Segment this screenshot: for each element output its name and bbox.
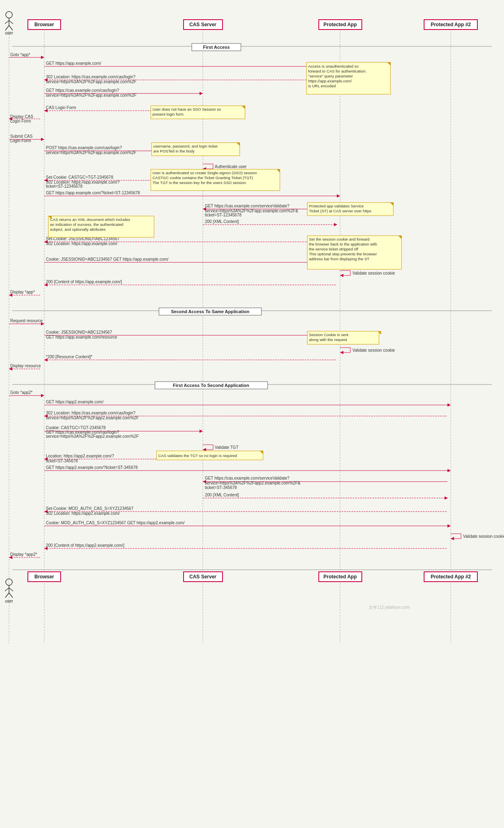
svg-text:GET https://cas.example.com/ca: GET https://cas.example.com/cas/login? <box>46 430 119 434</box>
svg-rect-6 <box>424 20 477 30</box>
svg-text:Set-Cookie: MOD_AUTH_CAS_S=XYZ: Set-Cookie: MOD_AUTH_CAS_S=XYZ1234567 <box>46 506 134 511</box>
svg-marker-143 <box>203 480 206 483</box>
svg-text:service=https%3A%2F%2Fapp.exam: service=https%3A%2F%2Fapp.example.com%2F <box>46 150 136 155</box>
svg-text:CAS validates the TGT so no lo: CAS validates the TGT so no login is req… <box>158 453 237 458</box>
svg-text:ticket=ST-12345678: ticket=ST-12345678 <box>205 213 242 217</box>
svg-text:GET https://cas.example.com/se: GET https://cas.example.com/serviceValid… <box>205 476 290 480</box>
svg-marker-49 <box>200 149 203 152</box>
svg-text:service=https%3A%2F%2Fapp2.exa: service=https%3A%2F%2Fapp2.example.com%2… <box>205 481 300 485</box>
svg-text:Login Form: Login Form <box>10 119 31 123</box>
svg-marker-204 <box>277 169 280 173</box>
svg-text:service=https%3A%2F%2Fapp.exam: service=https%3A%2F%2Fapp.example.com%2F <box>46 93 136 98</box>
svg-marker-163 <box>44 547 48 550</box>
svg-text:Protected App #2: Protected App #2 <box>431 22 471 27</box>
svg-text:Cookie: JSESSIONID=ABC1234567: Cookie: JSESSIONID=ABC1234567 <box>46 330 112 334</box>
svg-text:are POSTed in the body: are POSTed in the body <box>153 149 195 153</box>
svg-marker-83 <box>340 274 343 277</box>
svg-text:Authenticate user: Authenticate user <box>215 164 247 169</box>
svg-text:Cookie: JSESSIONID=ABC1234567 : Cookie: JSESSIONID=ABC1234567 GET https:… <box>46 257 168 262</box>
svg-text:First Access To Second Applica: First Access To Second Application <box>173 383 249 388</box>
svg-text:the browser back to the applic: the browser back to the application with <box>309 242 377 246</box>
svg-rect-0 <box>28 20 61 30</box>
svg-marker-27 <box>337 65 340 68</box>
svg-text:302 Location: https://cas.exam: 302 Location: https://cas.example.com/ca… <box>46 75 136 79</box>
svg-marker-199 <box>236 143 240 146</box>
svg-point-8 <box>6 11 12 18</box>
diagram-title <box>0 0 504 5</box>
svg-rect-175 <box>424 572 477 582</box>
svg-text:Goto *app*: Goto *app* <box>10 52 30 57</box>
svg-text:Login Form: Login Form <box>10 139 31 143</box>
svg-line-12 <box>5 25 9 30</box>
svg-line-179 <box>5 588 9 591</box>
svg-rect-169 <box>28 572 61 582</box>
svg-text:service=https%3A%2F%2Fapp.exam: service=https%3A%2F%2Fapp.example.com%2F… <box>205 209 298 213</box>
svg-text:302 Location: https://cas.exam: 302 Location: https://cas.example.com/ca… <box>46 411 136 415</box>
svg-text:GET https://cas.example.com/ca: GET https://cas.example.com/cas/login? <box>46 88 119 93</box>
svg-marker-190 <box>387 62 390 66</box>
svg-text:First Access: First Access <box>203 45 229 50</box>
svg-rect-209 <box>48 216 154 237</box>
svg-text:GET https://cas.example.com/se: GET https://cas.example.com/serviceValid… <box>205 204 290 208</box>
svg-marker-119 <box>447 403 451 407</box>
svg-text:GET https://app.example.com/: GET https://app.example.com/ <box>46 61 101 66</box>
svg-marker-41 <box>9 117 12 121</box>
svg-marker-71 <box>334 223 337 226</box>
svg-text:CAS Server: CAS Server <box>189 574 216 580</box>
svg-text:POST https://cas.example.com/c: POST https://cas.example.com/cas/login? <box>46 146 122 150</box>
svg-marker-136 <box>44 457 48 461</box>
svg-text:user: user <box>5 31 13 35</box>
svg-text:This optional step prevents th: This optional step prevents the browser <box>309 252 377 256</box>
svg-marker-140 <box>447 469 451 472</box>
svg-rect-171 <box>184 572 222 582</box>
svg-text:Protected App: Protected App <box>323 574 357 580</box>
svg-rect-225 <box>157 451 263 460</box>
svg-text:Access is unauthenticated so: Access is unauthenticated so <box>308 64 359 68</box>
svg-rect-2 <box>184 20 222 30</box>
svg-text:"service" query parameter: "service" query parameter <box>308 74 353 78</box>
svg-text:along with the request: along with the request <box>309 337 347 342</box>
svg-rect-92 <box>159 308 261 315</box>
svg-text:Goto *app2*: Goto *app2* <box>10 390 33 395</box>
svg-text:CAS Server: CAS Server <box>189 22 216 27</box>
svg-text:302 Location: https://app.exam: 302 Location: https://app.example.com/ <box>46 241 118 246</box>
svg-text:Protected app validates Servic: Protected app validates Service <box>309 204 364 208</box>
svg-text:ticket=ST-345678: ticket=ST-345678 <box>205 485 237 490</box>
svg-line-181 <box>5 593 9 598</box>
svg-marker-148 <box>445 496 448 500</box>
svg-rect-21 <box>192 43 241 51</box>
svg-marker-110 <box>9 367 12 371</box>
svg-line-11 <box>9 20 13 24</box>
svg-marker-155 <box>447 524 451 528</box>
svg-text:200 [Content of https://app.ex: 200 [Content of https://app.example.com/… <box>46 280 122 284</box>
svg-line-182 <box>9 593 13 598</box>
svg-rect-113 <box>155 382 268 389</box>
svg-text:ticket=ST-345678: ticket=ST-345678 <box>46 459 78 463</box>
svg-text:Protected App: Protected App <box>323 22 357 27</box>
svg-text:Cookie: CASTGC=TGT-2345678: Cookie: CASTGC=TGT-2345678 <box>46 425 106 430</box>
svg-marker-208 <box>390 202 393 206</box>
svg-marker-122 <box>44 414 48 418</box>
svg-text:302 Location: https://app.exam: 302 Location: https://app.example.com/? <box>46 180 120 184</box>
svg-point-177 <box>6 579 12 585</box>
svg-text:Display CAS: Display CAS <box>10 114 33 119</box>
svg-text:Display *app2*: Display *app2* <box>10 552 37 557</box>
svg-text:the service ticket stripped of: the service ticket stripped off <box>309 247 359 251</box>
svg-text:Submit CAS: Submit CAS <box>10 134 33 139</box>
svg-text:*200 [Resource Content]*: *200 [Resource Content]* <box>46 355 93 359</box>
svg-rect-192 <box>151 106 245 119</box>
svg-text:GET https://app.example.com/?t: GET https://app.example.com/?ticket=ST-1… <box>46 191 140 195</box>
svg-marker-63 <box>337 194 340 198</box>
svg-text:subject, and optionally attrib: subject, and optionally attributes <box>50 227 106 232</box>
svg-marker-133 <box>203 448 206 451</box>
svg-marker-107 <box>44 358 48 362</box>
svg-marker-195 <box>242 106 245 109</box>
svg-marker-98 <box>337 334 340 337</box>
svg-text:GET https://app.example.com/re: GET https://app.example.com/resource <box>46 335 117 339</box>
svg-text:Display resource: Display resource <box>10 364 41 368</box>
svg-text:CAS returns an XML document wh: CAS returns an XML document which includ… <box>50 217 130 222</box>
svg-marker-227 <box>260 451 263 454</box>
svg-rect-221 <box>307 331 379 344</box>
svg-text:service=https%3A%2F%2Fapp2.exa: service=https%3A%2F%2Fapp2.example.com%2… <box>46 416 139 420</box>
svg-text:文件112.ydailiyun.com: 文件112.ydailiyun.com <box>369 605 410 610</box>
